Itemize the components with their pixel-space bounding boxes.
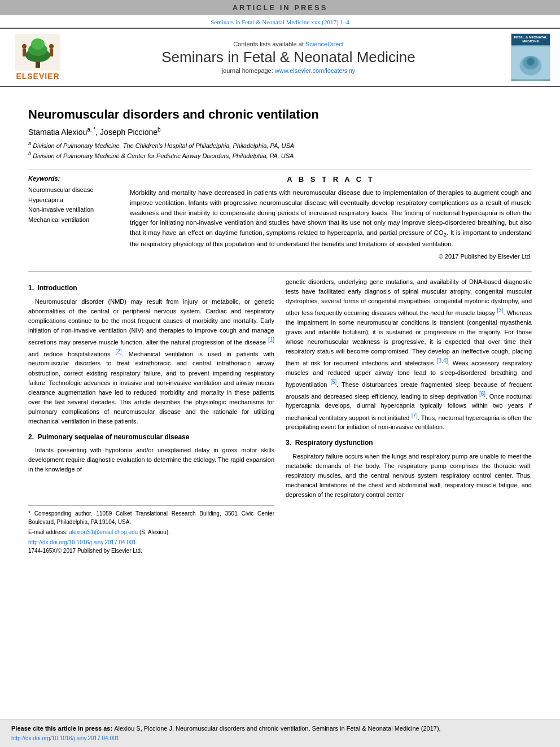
article-in-press-banner: ARTICLE IN PRESS [0, 0, 560, 15]
keyword-2: Hypercapnia [28, 195, 119, 206]
doi-line[interactable]: http://dx.doi.org/10.1016/j.siny.2017.04… [28, 538, 274, 547]
ref-7: [7] [412, 412, 418, 418]
journal-cover-label2: MEDICINE [513, 40, 549, 43]
journal-cover-image: FETAL & NEONATAL MEDICINE [511, 33, 550, 81]
citation-text: Alexiou S, Piccione J, Neuromuscular dis… [114, 725, 440, 732]
body-columns: 1. Introduction Neuromuscular disorder (… [28, 277, 532, 555]
header-center: Contents lists available at ScienceDirec… [75, 33, 502, 81]
citation-bar: Please cite this article in press as: Al… [0, 719, 560, 747]
section1-heading: 1. Introduction [28, 283, 274, 294]
journal-cover-area: FETAL & NEONATAL MEDICINE [508, 33, 553, 81]
body-col-right: genetic disorders, underlying gene mutat… [286, 277, 532, 555]
elsevier-tree-icon [15, 34, 60, 71]
email-label: E-mail address: [28, 529, 67, 535]
svg-point-12 [527, 58, 535, 66]
author2-sup: b [158, 126, 161, 133]
contents-line: Contents lists available at ScienceDirec… [233, 41, 344, 47]
ref-2: [2] [116, 348, 122, 355]
affiliations: a Division of Pulmonary Medicine, The Ch… [28, 140, 532, 160]
issn-line: 1744-165X/© 2017 Published by Elsevier L… [28, 547, 274, 556]
section3-para1: Respiratory failure occurs when the lung… [286, 452, 532, 500]
section2-continuation: genetic disorders, underlying gene mutat… [286, 277, 532, 432]
journal-ref-text: Seminars in Fetal & Neonatal Medicine xx… [211, 19, 349, 25]
keyword-1: Neuromuscular disease [28, 185, 119, 195]
abstract-copyright: © 2017 Published by Elsevier Ltd. [130, 253, 532, 260]
ref-1: [1] [268, 337, 274, 343]
elsevier-logo-area: ELSEVIER [7, 33, 69, 81]
keywords-title: Keywords: [28, 175, 119, 182]
ref-6: [6] [479, 391, 485, 397]
email-address[interactable]: alexiouS1@email.chop.edu [69, 529, 138, 535]
journal-homepage: journal homepage: www.elsevier.com/locat… [222, 67, 356, 74]
keywords-col: Keywords: Neuromuscular disease Hypercap… [28, 175, 119, 260]
footnotes-area: * Corresponding author. 11059 Colket Tra… [28, 505, 274, 536]
ref-34: [3,4] [437, 357, 448, 364]
journal-header: ELSEVIER Contents lists available at Sci… [0, 28, 560, 87]
authors-line: Stamatia Alexioua, *, Joseph Piccioneb [28, 126, 532, 137]
svg-point-5 [22, 44, 27, 49]
footnote-email: E-mail address: alexiouS1@email.chop.edu… [28, 528, 274, 536]
journal-title-header: Seminars in Fetal & Neonatal Medicine [161, 49, 415, 66]
page-wrapper: ARTICLE IN PRESS Seminars in Fetal & Neo… [0, 0, 560, 747]
svg-rect-8 [50, 49, 53, 56]
elsevier-logo-box: ELSEVIER [15, 34, 60, 81]
svg-point-7 [49, 44, 54, 49]
banner-text: ARTICLE IN PRESS [233, 3, 328, 12]
author1-sup: a, * [87, 126, 95, 133]
keywords-abstract-row: Keywords: Neuromuscular disease Hypercap… [28, 175, 532, 260]
citation-label: Please cite this article in press as: [11, 725, 114, 732]
email-suffix: (S. Alexiou). [139, 529, 170, 535]
section1-para1: Neuromuscular disorder (NMD) may result … [28, 297, 274, 426]
ref-5: [5] [330, 379, 336, 385]
author1-name: Stamatia Alexiou [28, 128, 87, 137]
abstract-text: Morbidity and mortality have decreased i… [130, 188, 532, 250]
elsevier-brand-text: ELSEVIER [16, 72, 59, 81]
section3-heading: 3. Respiratory dysfunction [286, 438, 532, 448]
svg-rect-6 [23, 49, 26, 56]
homepage-url[interactable]: www.elsevier.com/locate/siny [275, 67, 355, 74]
divider-2 [28, 271, 532, 272]
keyword-3: Non-invasive ventilation [28, 205, 119, 215]
sciencedirect-link[interactable]: ScienceDirect [305, 41, 344, 47]
affiliation-2: b Division of Pulmonary Medicine & Cente… [28, 150, 532, 160]
abstract-col: A B S T R A C T Morbidity and mortality … [130, 175, 532, 260]
svg-point-4 [31, 38, 45, 50]
journal-cover-top: FETAL & NEONATAL MEDICINE [511, 34, 550, 45]
abstract-title: A B S T R A C T [130, 175, 532, 184]
footnote-corresponding: * Corresponding author. 11059 Colket Tra… [28, 509, 274, 526]
citation-doi[interactable]: http://dx.doi.org/10.1016/j.siny.2017.04… [11, 735, 119, 741]
journal-cover-label: FETAL & NEONATAL [513, 36, 549, 40]
journal-cover-image-area [511, 45, 550, 81]
main-content: Neuromuscular disorders and chronic vent… [0, 87, 560, 719]
body-col-left: 1. Introduction Neuromuscular disorder (… [28, 277, 274, 555]
article-title: Neuromuscular disorders and chronic vent… [28, 107, 532, 122]
affiliation-2-text: Division of Pulmonary Medicine & Center … [33, 152, 294, 159]
affiliation-1: a Division of Pulmonary Medicine, The Ch… [28, 140, 532, 150]
homepage-label: journal homepage: [222, 67, 273, 74]
contents-label: Contents lists available at [233, 41, 304, 47]
section2-para1: Infants presenting with hypotonia and/or… [28, 445, 274, 474]
keyword-4: Mechanical ventilation [28, 215, 119, 225]
affiliation-1-text: Division of Pulmonary Medicine, The Chil… [33, 142, 294, 148]
divider-1 [28, 169, 532, 169]
author2-name: , Joseph Piccione [95, 128, 158, 137]
journal-cover-svg [511, 45, 550, 81]
journal-ref-line: Seminars in Fetal & Neonatal Medicine xx… [0, 15, 560, 28]
ref-3a: [3] [497, 307, 503, 313]
section2-heading: 2. Pulmonary sequelae of neuromuscular d… [28, 432, 274, 443]
